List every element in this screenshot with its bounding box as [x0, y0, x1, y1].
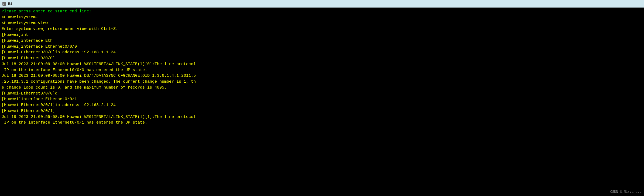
terminal-line: Please press enter to start cmd line!	[2, 9, 642, 15]
terminal-line: IP on the interface Ethernet0/0/1 has en…	[2, 120, 642, 126]
terminal-line: e change loop count is 0, and the maximu…	[2, 85, 642, 91]
terminal-line: Jul 18 2023 21:00:09-08:00 Huawei %%01IF…	[2, 61, 642, 67]
terminal-line: [Huawei-Ethernet0/0/0]q	[2, 91, 642, 97]
terminal-line: Enter system view, return user view with…	[2, 26, 642, 32]
terminal-line: [Huawei-Ethernet0/0/0]ip address 192.168…	[2, 50, 642, 55]
terminal-line: [Huawei-Ethernet0/0/0]	[2, 55, 642, 61]
watermark: CSDN @.Nirvana..	[610, 190, 641, 194]
terminal-line: IP on the interface Ethernet0/0/0 has en…	[2, 67, 642, 73]
terminal-line: [Huawei]interface Ethernet0/0/1	[2, 96, 642, 102]
terminal-output: Please press enter to start cmd line!<Hu…	[2, 9, 642, 126]
window-title: R1	[8, 2, 12, 6]
terminal-line: <Huawei>system-	[2, 15, 642, 20]
terminal-body[interactable]: Please press enter to start cmd line!<Hu…	[0, 8, 644, 196]
terminal-line: [Huawei]interface Eth	[2, 38, 642, 44]
terminal-line: [Huawei-Ethernet0/0/1]ip address 192.168…	[2, 102, 642, 108]
terminal-line: Jul 18 2023 21:00:55-08:00 Huawei %%01IF…	[2, 114, 642, 120]
terminal-line: [Huawei]interface Ethernet0/0/0	[2, 44, 642, 50]
terminal-line: .25.191.3.1 configurations have been cha…	[2, 79, 642, 85]
terminal-line: Jul 18 2023 21:00:09-08:00 Huawei DS/4/D…	[2, 73, 642, 79]
terminal-line: [Huawei-Ethernet0/0/1]	[2, 108, 642, 114]
terminal-line: <Huawei>system-view	[2, 20, 642, 26]
title-bar: >_ R1	[0, 0, 644, 8]
svg-text:>_: >_	[3, 3, 6, 5]
terminal-icon: >_	[2, 2, 6, 6]
terminal-line: [Huawei]int	[2, 32, 642, 38]
